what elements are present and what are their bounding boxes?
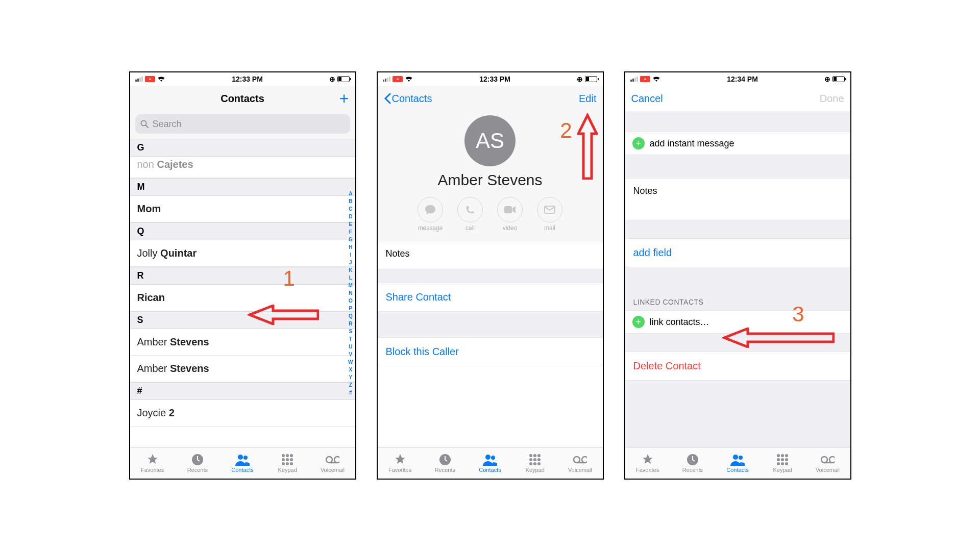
mail-icon xyxy=(537,197,562,222)
list-item[interactable]: Jolly Quintar xyxy=(130,240,355,267)
svg-point-30 xyxy=(537,462,541,465)
screen-edit-contact: 12:34 PM ⊕ Cancel Done + add instant mes… xyxy=(624,71,851,480)
contact-header: AS Amber Stevens message call video mail xyxy=(378,111,603,241)
search-icon xyxy=(140,120,149,128)
orientation-lock-icon: ⊕ xyxy=(577,75,583,83)
svg-point-31 xyxy=(574,457,580,463)
add-contact-button[interactable]: + xyxy=(339,90,349,107)
search-wrapper: Search xyxy=(130,111,355,139)
tab-favorites[interactable]: Favorites xyxy=(130,447,175,479)
done-button[interactable]: Done xyxy=(820,93,844,105)
contacts-list[interactable]: G non Cajetes M Mom Q Jolly Quintar R Ri… xyxy=(130,139,355,447)
list-item[interactable]: Rican xyxy=(130,285,355,311)
delete-contact-button[interactable]: Delete Contact xyxy=(625,352,850,381)
back-button[interactable]: Contacts xyxy=(384,93,432,105)
tab-recents[interactable]: Recents xyxy=(670,447,715,479)
link-contacts-label: link contacts… xyxy=(650,317,709,328)
tab-bar: Favorites Recents Contacts Keypad Voicem… xyxy=(625,447,850,479)
notes-label: Notes xyxy=(625,179,850,199)
svg-rect-17 xyxy=(504,206,512,213)
svg-point-10 xyxy=(290,458,293,461)
mail-button[interactable]: mail xyxy=(537,197,562,232)
clock-icon xyxy=(190,454,205,466)
tab-keypad[interactable]: Keypad xyxy=(265,447,310,479)
tab-voicemail[interactable]: Voicemail xyxy=(557,447,602,479)
keypad-icon xyxy=(528,454,542,466)
tab-voicemail[interactable]: Voicemail xyxy=(310,447,355,479)
battery-icon xyxy=(832,76,845,82)
plus-circle-icon: + xyxy=(632,316,645,328)
nav-bar: Cancel Done xyxy=(625,86,850,111)
add-field-button[interactable]: add field xyxy=(625,238,850,267)
cancel-button[interactable]: Cancel xyxy=(631,93,663,105)
star-icon xyxy=(641,454,655,466)
star-icon xyxy=(145,454,160,466)
signal-bars-icon xyxy=(135,77,143,82)
notes-label: Notes xyxy=(378,241,603,262)
video-button[interactable]: video xyxy=(497,197,523,232)
battery-icon xyxy=(585,76,597,82)
people-icon xyxy=(483,454,497,466)
status-bar: 12:34 PM ⊕ xyxy=(625,72,850,86)
status-time: 12:33 PM xyxy=(232,75,263,83)
alpha-index[interactable]: ABCDEFGHIJKLMNOPQRSTUVWXYZ# xyxy=(347,190,354,396)
svg-point-28 xyxy=(529,462,532,465)
svg-point-7 xyxy=(290,454,293,457)
svg-point-37 xyxy=(777,454,780,457)
section-header: M xyxy=(130,178,355,196)
block-caller-button[interactable]: Block this Caller xyxy=(378,337,603,366)
tab-contacts[interactable]: Contacts xyxy=(715,447,760,479)
tab-voicemail[interactable]: Voicemail xyxy=(805,447,850,479)
tab-favorites[interactable]: Favorites xyxy=(625,447,670,479)
svg-point-13 xyxy=(290,462,293,465)
message-icon xyxy=(418,197,443,222)
list-item[interactable]: non Cajetes xyxy=(130,157,355,178)
list-item[interactable]: Mom xyxy=(130,196,355,222)
svg-point-41 xyxy=(781,458,784,461)
tab-recents[interactable]: Recents xyxy=(423,447,468,479)
svg-point-45 xyxy=(785,462,788,465)
svg-point-5 xyxy=(282,454,285,457)
sim-badge-icon xyxy=(393,76,403,82)
search-input[interactable]: Search xyxy=(135,114,350,134)
phone-icon xyxy=(457,197,483,222)
contact-name: Amber Stevens xyxy=(378,171,603,189)
tab-recents[interactable]: Recents xyxy=(175,447,220,479)
tab-contacts[interactable]: Contacts xyxy=(220,447,265,479)
svg-point-46 xyxy=(821,457,827,463)
notes-field[interactable] xyxy=(625,199,850,220)
add-instant-message-button[interactable]: + add instant message xyxy=(625,132,850,155)
svg-point-6 xyxy=(286,454,289,457)
svg-point-22 xyxy=(529,454,532,457)
list-item[interactable]: Amber Stevens xyxy=(130,329,355,356)
share-contact-button[interactable]: Share Contact xyxy=(378,283,603,312)
svg-point-24 xyxy=(537,454,541,457)
tab-favorites[interactable]: Favorites xyxy=(378,447,423,479)
voicemail-icon xyxy=(573,454,587,466)
video-icon xyxy=(497,197,523,222)
people-icon xyxy=(730,454,745,466)
call-button[interactable]: call xyxy=(457,197,483,232)
list-item[interactable]: Joycie 2 xyxy=(130,400,355,427)
svg-point-20 xyxy=(485,455,491,460)
status-bar: 12:33 PM ⊕ xyxy=(378,72,603,86)
screen-contact-card: 12:33 PM ⊕ Contacts Edit AS Amber Steven… xyxy=(377,71,604,480)
svg-line-1 xyxy=(145,126,148,128)
tab-keypad[interactable]: Keypad xyxy=(512,447,557,479)
message-button[interactable]: message xyxy=(418,197,443,232)
wifi-icon xyxy=(405,76,413,82)
edit-button[interactable]: Edit xyxy=(579,93,596,105)
status-bar: 12:33 PM ⊕ xyxy=(130,72,355,86)
tab-contacts[interactable]: Contacts xyxy=(468,447,512,479)
link-contacts-button[interactable]: + link contacts… xyxy=(625,310,850,334)
star-icon xyxy=(393,454,407,466)
avatar: AS xyxy=(464,115,516,166)
keypad-icon xyxy=(280,454,295,466)
voicemail-icon xyxy=(820,454,835,466)
list-item[interactable]: Amber Stevens xyxy=(130,356,355,382)
people-icon xyxy=(235,454,250,466)
tab-keypad[interactable]: Keypad xyxy=(760,447,805,479)
plus-icon: + xyxy=(339,90,349,107)
svg-point-26 xyxy=(533,458,536,461)
svg-point-11 xyxy=(282,462,285,465)
